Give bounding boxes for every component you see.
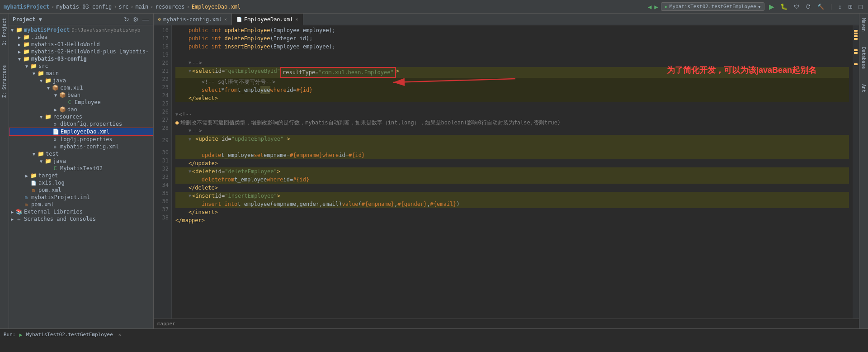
tree-label-idea: .idea <box>31 34 47 40</box>
tab-icon-employeedao: 📄 <box>236 17 242 22</box>
tab-close-mybatisconfig[interactable]: ✕ <box>224 17 227 22</box>
sync-button[interactable]: ↕ <box>837 2 844 11</box>
tree-item-scratches[interactable]: ▶ ✏ Scratches and Consoles <box>9 215 153 223</box>
tree-item-iml[interactable]: m mybatisProject.iml <box>9 194 153 201</box>
tree-item-src[interactable]: ▼ 📁 src <box>9 62 153 70</box>
tree-item-log4j[interactable]: ⚙ log4j.properties <box>9 136 153 143</box>
run-green-icon: ▶ <box>19 332 23 338</box>
gutter-mark-4 <box>854 38 858 40</box>
tab-label-employeedao: EmployeeDao.xml <box>244 16 293 23</box>
debug-button[interactable]: 🐛 <box>778 2 789 11</box>
tree-label-scratches: Scratches and Consoles <box>24 216 96 222</box>
code-line-28: ▼ --> <box>175 127 849 135</box>
fold-arrow-20[interactable]: ▼ <box>189 59 191 67</box>
tree-item-employee[interactable]: C Employee <box>9 99 153 106</box>
code-line-21: ▼ <select id="getEmployeeById" resultTyp… <box>175 67 849 78</box>
tree-item-bean[interactable]: ▼ 📦 bean <box>9 91 153 99</box>
tab-mybatis-config[interactable]: ⚙ mybatis-config.xml ✕ <box>154 14 232 25</box>
tree-item-axislog[interactable]: 📄 axis.log <box>9 179 153 186</box>
fold-arrow-29[interactable]: ▼ <box>189 137 191 142</box>
build-button[interactable]: 🔨 <box>816 3 826 11</box>
tree-item-target[interactable]: ▶ 📁 target <box>9 172 153 179</box>
code-line-18: public int insertEmployee(Employee emplo… <box>175 43 849 51</box>
sidebar-sync-btn[interactable]: ↻ <box>123 16 130 23</box>
tree-item-dbconfig[interactable]: ⚙ dbConfig.properties <box>9 120 153 128</box>
tree-item-mybatis02[interactable]: ▶ 📁 mybatis-02-HelloWorld-plus [mybatis- <box>9 48 153 55</box>
sidebar-hide-btn[interactable]: — <box>142 16 150 23</box>
mybatisconfig-icon: ⚙ <box>52 144 59 149</box>
sidebar-actions: ↻ ⚙ — <box>123 16 150 23</box>
run-button[interactable]: ▶ <box>767 2 776 11</box>
tab-close-employeedao[interactable]: ✕ <box>295 17 298 22</box>
fold-arrow-21[interactable]: ▼ <box>189 67 191 75</box>
profile-button[interactable]: ⏱ <box>804 3 813 11</box>
ln-27: 27 <box>154 116 169 124</box>
tree-item-test[interactable]: ▼ 📁 test <box>9 150 153 157</box>
src-icon: 📁 <box>30 63 37 69</box>
sidebar-item-structure-tab[interactable]: Z: Structure <box>1 62 8 100</box>
tree-arrow-mybatis01: ▶ <box>16 42 23 47</box>
tree-label-employeedao: EmployeeDao.xml <box>61 128 109 135</box>
tree-item-test-java[interactable]: ▼ 📁 java <box>9 157 153 165</box>
maximize-button[interactable]: □ <box>857 2 864 11</box>
project-tree: ▼ 📁 mybatisProject D:\Java\ssm\mybatis\m… <box>9 25 153 328</box>
tree-item-pom[interactable]: m pom.xml <box>9 201 153 208</box>
breadcrumb-src[interactable]: src <box>118 4 128 10</box>
fold-arrow-28[interactable]: ▼ <box>189 127 191 135</box>
right-tab-database[interactable]: Database <box>860 44 867 71</box>
breadcrumb-project[interactable]: mybatisProject <box>4 4 49 10</box>
tree-item-resources[interactable]: ▼ 📁 resources <box>9 113 153 120</box>
test-icon: 📁 <box>37 151 44 157</box>
tree-arrow-main: ▼ <box>31 71 37 76</box>
tree-item-mybatis03[interactable]: ▼ 📁 mybatis-03-config <box>9 55 153 62</box>
code-content[interactable]: public int updateEmployee(Employee emplo… <box>172 25 853 319</box>
tree-item-employeedao[interactable]: 📄 EmployeeDao.xml <box>9 128 153 136</box>
tree-item-mybatisProject[interactable]: ▼ 📁 mybatisProject D:\Java\ssm\mybatis\m… <box>9 26 153 33</box>
right-tab-maven[interactable]: Maven <box>860 15 867 34</box>
breadcrumb-sep5: › <box>187 4 190 10</box>
tree-item-dao[interactable]: ▶ 📦 dao <box>9 106 153 113</box>
run-with-coverage-button[interactable]: 🛡 <box>792 3 801 11</box>
breadcrumb-resources[interactable]: resources <box>156 4 185 10</box>
right-tab-ant[interactable]: Ant <box>860 81 867 95</box>
nav-forward-icon[interactable]: ▶ <box>654 3 658 10</box>
run-config-dropdown[interactable]: ▶ MybatisTest02.testGetEmployee ▼ <box>661 2 765 11</box>
idea-folder-icon: 📁 <box>23 34 30 40</box>
ln-36: 36 <box>154 197 169 205</box>
tree-arrow-mybatis03: ▼ <box>16 57 23 62</box>
breadcrumb-module[interactable]: mybatis-03-config <box>56 4 112 10</box>
tree-item-main[interactable]: ▼ 📁 main <box>9 70 153 77</box>
breadcrumb-sep4: › <box>150 4 153 10</box>
java-icon: 📁 <box>44 77 52 84</box>
breadcrumb-sep1: › <box>51 4 54 10</box>
fold-arrow-26[interactable]: ▼ <box>175 110 178 119</box>
gutter-mark-3 <box>854 35 858 37</box>
fold-arrow-32[interactable]: ▼ <box>189 167 191 176</box>
tree-item-java[interactable]: ▼ 📁 java <box>9 77 153 84</box>
tree-item-extlibs[interactable]: ▶ 📚 External Libraries <box>9 208 153 215</box>
tree-label-pom: pom.xml <box>31 201 54 208</box>
tree-item-pom2[interactable]: m pom.xml <box>9 186 153 194</box>
fold-arrow-35[interactable]: ▼ <box>189 192 191 200</box>
tree-label-src: src <box>38 63 48 69</box>
code-line-37: </insert> <box>175 208 849 216</box>
sidebar-item-project-tab[interactable]: 1: Project <box>1 15 8 48</box>
tab-employeedao[interactable]: 📄 EmployeeDao.xml ✕ <box>232 14 303 25</box>
tree-arrow-bean: ▼ <box>52 93 59 98</box>
breadcrumb-file[interactable]: EmployeeDao.xml <box>192 4 241 10</box>
run-close-icon[interactable]: ✕ <box>118 332 121 337</box>
tree-arrow-dao: ▶ <box>52 107 59 112</box>
expand-all-button[interactable]: ⊞ <box>846 3 854 11</box>
tree-item-comxu1[interactable]: ▼ 📦 com.xu1 <box>9 84 153 91</box>
breadcrumb-main[interactable]: main <box>135 4 148 10</box>
sidebar-gear-btn[interactable]: ⚙ <box>132 16 140 23</box>
nav-back-icon[interactable]: ◀ <box>648 3 651 10</box>
tree-item-idea[interactable]: ▶ 📁 .idea <box>9 33 153 41</box>
tab-label-mybatisconfig: mybatis-config.xml <box>163 16 222 23</box>
tree-item-mybatistest02[interactable]: C MybatisTest02 <box>9 165 153 172</box>
resources-icon: 📁 <box>44 114 52 120</box>
tree-item-mybatisconfig[interactable]: ⚙ mybatis-config.xml <box>9 143 153 150</box>
code-line-35: ▼ <insert id="insertEmployee" > <box>175 192 849 200</box>
tree-item-mybatis01[interactable]: ▶ 📁 mybatis-01-HelloWorld <box>9 41 153 48</box>
code-line-20: ▼--> <box>175 59 849 67</box>
